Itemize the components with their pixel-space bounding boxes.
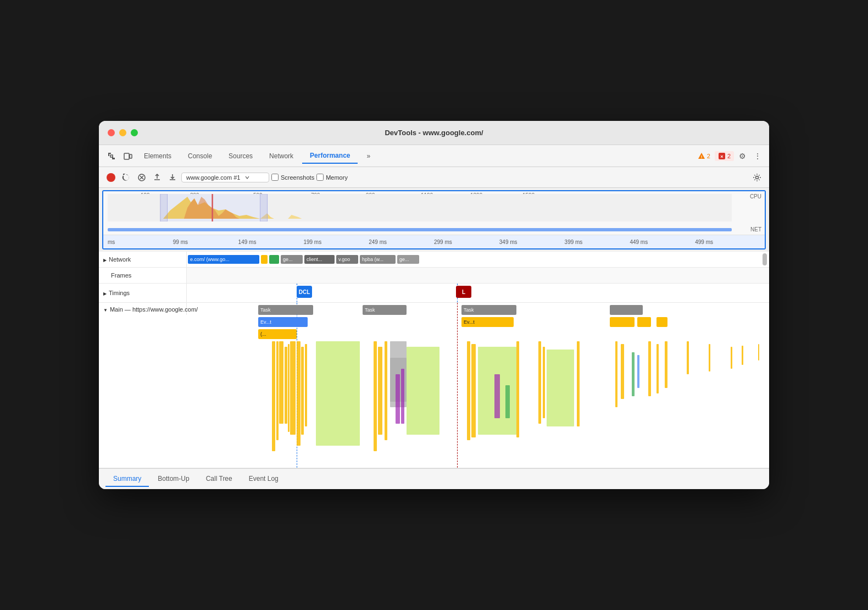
timings-row-label: Timings: [99, 284, 187, 302]
record-button[interactable]: [104, 171, 118, 184]
net-request-4[interactable]: client...: [304, 255, 335, 264]
frames-row-label: Frames: [99, 268, 187, 283]
network-row: Network e.com/ (www.go... ge... client..…: [99, 252, 769, 268]
task-bar-4[interactable]: [610, 305, 643, 315]
l-marker[interactable]: L: [456, 286, 471, 298]
tab-network[interactable]: Network: [261, 149, 301, 163]
network-scroll-thumb[interactable]: [763, 253, 767, 265]
flame-col-25: [516, 341, 519, 437]
flame-col-4: [285, 347, 287, 424]
flame-col-30: [538, 341, 541, 424]
tab-sources[interactable]: Sources: [221, 149, 260, 163]
inspector-icon[interactable]: [104, 149, 119, 163]
device-icon[interactable]: [121, 149, 135, 163]
tab-elements[interactable]: Elements: [136, 149, 179, 163]
net-label: NET: [750, 226, 761, 232]
event-bar-4[interactable]: [637, 317, 651, 327]
clear-icon[interactable]: [135, 171, 148, 184]
net-request-5[interactable]: v.goo: [336, 255, 358, 264]
flame-col-7: [297, 341, 301, 446]
timings-expand-icon[interactable]: [103, 290, 107, 296]
title-bar: DevTools - www.google.com/: [99, 121, 769, 145]
tab-event-log[interactable]: Event Log: [241, 472, 286, 487]
event-bar-1[interactable]: Ev...t: [258, 317, 308, 327]
event-bar-2[interactable]: Ev...t: [461, 317, 514, 327]
dcl-marker[interactable]: DCL: [297, 286, 312, 298]
tab-summary[interactable]: Summary: [105, 472, 149, 487]
tab-bottom-up[interactable]: Bottom-Up: [150, 472, 197, 487]
net-request-0[interactable]: e.com/ (www.go...: [188, 255, 259, 264]
tab-performance[interactable]: Performance: [302, 148, 358, 164]
svg-text:!: !: [700, 154, 702, 159]
flame-col-11: [378, 347, 382, 435]
svg-rect-1: [124, 153, 129, 159]
svg-rect-18: [160, 194, 268, 221]
close-button[interactable]: [108, 129, 115, 136]
flame-col-54: [758, 344, 759, 361]
error-badge: × 2: [715, 151, 734, 161]
window-title: DevTools - www.google.com/: [385, 129, 483, 137]
download-icon[interactable]: [166, 171, 179, 184]
flame-col-31: [543, 347, 545, 418]
net-request-3[interactable]: ge...: [281, 255, 303, 264]
flame-purple-5: [494, 374, 500, 418]
flame-col-3: [279, 341, 283, 424]
screenshots-checkbox[interactable]: Screenshots: [271, 174, 314, 181]
more-options-icon[interactable]: ⋮: [750, 149, 765, 163]
maximize-button[interactable]: [131, 129, 138, 136]
warning-badge: ! 2: [694, 151, 714, 161]
flame-green-5: [632, 352, 635, 396]
network-row-content: e.com/ (www.go... ge... client... v.goo …: [187, 252, 769, 267]
settings-icon[interactable]: ⚙: [735, 149, 749, 163]
main-thread-row: Main — https://www.google.com/ Task Task…: [99, 303, 769, 468]
performance-toolbar: www.google.com #1 Screenshots Memory: [99, 167, 769, 188]
task-bar-1[interactable]: Task: [258, 305, 313, 315]
flame-col-52: [731, 347, 732, 369]
devtools-window: DevTools - www.google.com/ Elements Cons…: [99, 121, 769, 489]
flame-col-21: [471, 344, 476, 437]
flame-col-5: [288, 344, 290, 432]
frames-row-content: [187, 268, 769, 283]
anon-bar-1[interactable]: (...: [258, 329, 297, 339]
cpu-chart: [108, 194, 732, 221]
minimize-button[interactable]: [119, 129, 126, 136]
performance-settings-icon[interactable]: [750, 171, 764, 184]
tab-call-tree[interactable]: Call Tree: [198, 472, 240, 487]
net-request-1[interactable]: [261, 255, 268, 264]
flame-col-9: [305, 344, 307, 426]
svg-rect-0: [110, 155, 113, 157]
main-thread-expand-icon[interactable]: [103, 306, 108, 313]
flame-col-2: [276, 341, 279, 440]
net-request-2[interactable]: [269, 255, 279, 264]
svg-point-9: [756, 176, 759, 179]
net-request-6[interactable]: hpba (w...: [360, 255, 396, 264]
window-controls: [108, 129, 138, 136]
flame-lime-6: [407, 358, 438, 429]
flame-blue-1: [637, 355, 639, 388]
event-bar-5[interactable]: [656, 317, 667, 327]
overview-bottom-timestamps: ms 99 ms 149 ms 199 ms 249 ms 299 ms 349…: [103, 235, 765, 248]
task-bar-2[interactable]: Task: [363, 305, 407, 315]
timings-row-content: DCL L: [187, 284, 769, 302]
timings-row: Timings DCL L: [99, 284, 769, 303]
net-request-7[interactable]: ge...: [397, 255, 419, 264]
flame-col-47: [665, 341, 667, 388]
flame-col-40: [615, 341, 617, 407]
network-row-label: Network: [99, 252, 187, 267]
memory-checkbox[interactable]: Memory: [316, 174, 348, 181]
upload-icon[interactable]: [151, 171, 164, 184]
svg-text:×: ×: [720, 154, 723, 159]
main-thread-label: Main — https://www.google.com/: [99, 303, 187, 315]
url-selector[interactable]: www.google.com #1: [181, 173, 269, 182]
task-bar-3[interactable]: Task: [461, 305, 516, 315]
flame-col-20: [467, 341, 470, 440]
reload-record-icon[interactable]: [120, 171, 133, 184]
overview-chart[interactable]: CPU NET 199 ms 399 ms 599 ms 799 ms 999 …: [103, 191, 765, 235]
flame-col-51: [709, 344, 710, 371]
tab-console[interactable]: Console: [180, 149, 220, 163]
more-tabs-button[interactable]: »: [359, 149, 378, 163]
network-expand-icon[interactable]: [103, 256, 107, 263]
network-requests: e.com/ (www.go... ge... client... v.goo …: [187, 252, 769, 267]
event-bar-3[interactable]: [610, 317, 635, 327]
frames-row: Frames: [99, 268, 769, 284]
